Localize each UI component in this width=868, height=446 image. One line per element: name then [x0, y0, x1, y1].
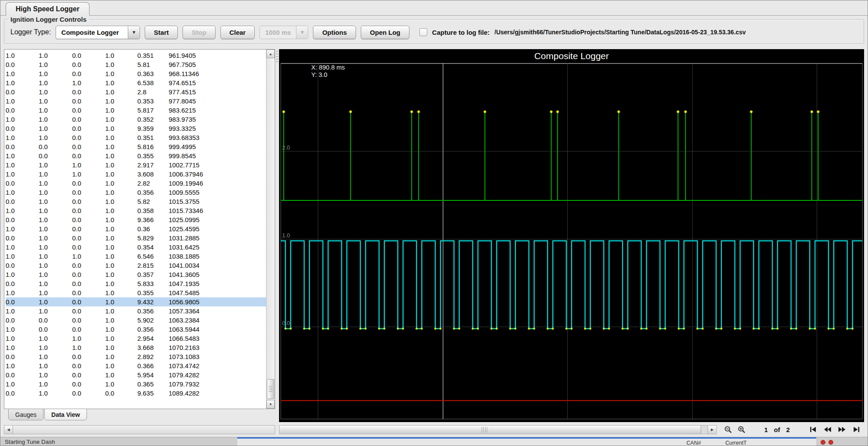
table-cell: 0.0 — [6, 297, 39, 306]
table-row[interactable]: 0.01.00.01.05.8331047.1935 — [6, 279, 266, 288]
table-row[interactable]: 1.01.00.01.00.363968.11346 — [6, 69, 266, 78]
chart-canvas[interactable]: 2.01.00.0Composite LoggerX: 890.8 msY: 3… — [279, 49, 864, 422]
table-row[interactable]: 1.01.00.01.00.3551047.5485 — [6, 288, 266, 297]
table-row[interactable]: 0.01.00.01.09.359993.3325 — [6, 124, 266, 133]
table-row[interactable]: 1.01.01.01.03.6681070.2163 — [6, 343, 266, 352]
start-button[interactable]: Start — [145, 26, 178, 39]
tab-data-view[interactable]: Data View — [44, 409, 87, 420]
table-row[interactable]: 0.01.00.01.02.8151041.0034 — [6, 261, 266, 270]
capture-to-log-checkbox[interactable] — [419, 28, 427, 36]
table-row[interactable]: 0.01.00.01.09.3661025.0995 — [6, 215, 266, 224]
table-row[interactable]: 0.00.00.01.05.9021063.2384 — [6, 316, 266, 325]
table-row[interactable]: 1.01.00.01.00.3651079.7932 — [6, 379, 266, 389]
table-row[interactable]: 0.01.00.01.05.817983.6215 — [6, 106, 266, 115]
zoom-in-icon[interactable] — [736, 425, 747, 434]
clear-button[interactable]: Clear — [220, 26, 255, 39]
composite-logger-chart[interactable]: 2.01.00.0Composite LoggerX: 890.8 msY: 3… — [279, 49, 864, 422]
bottom-scroll-row: ◀ ▶ 1 of 2 — [4, 424, 864, 435]
table-row[interactable]: 1.01.00.01.00.3541031.6425 — [6, 243, 266, 252]
table-row[interactable]: 0.01.00.01.05.81967.7505 — [6, 60, 266, 69]
table-row[interactable]: 1.01.00.01.00.351961.9405 — [6, 51, 266, 60]
table-row[interactable]: 1.01.00.01.00.352983.9735 — [6, 115, 266, 124]
chart-horizontal-scrollbar[interactable]: ▶ — [279, 425, 717, 434]
table-cell: 0.366 — [137, 361, 169, 370]
scroll-up-button[interactable]: ▲ — [266, 50, 275, 58]
table-row[interactable]: 0.01.00.01.05.8291031.2885 — [6, 233, 266, 243]
scroll-down-button[interactable]: ▼ — [266, 400, 275, 409]
table-row[interactable]: 1.01.01.01.02.9541066.5483 — [6, 334, 266, 343]
interval-select[interactable]: 1000 ms ▼ — [259, 26, 308, 39]
table-cell: 0.351 — [137, 133, 169, 142]
table-cell: 0.0 — [72, 51, 105, 60]
table-row[interactable]: 1.01.00.01.00.3661073.4742 — [6, 361, 266, 370]
table-row[interactable]: 1.01.00.01.00.3561057.3364 — [6, 306, 266, 316]
options-button[interactable]: Options — [313, 26, 356, 39]
split-handle[interactable] — [275, 49, 279, 422]
table-cell: 0.0 — [72, 215, 105, 224]
open-log-button[interactable]: Open Log — [361, 26, 409, 39]
table-row[interactable]: 1.01.00.01.00.3561009.5555 — [6, 188, 266, 197]
tab-high-speed-logger[interactable]: High Speed Logger — [6, 2, 90, 16]
table-cell: 1.0 — [6, 115, 39, 124]
first-page-button[interactable] — [808, 425, 818, 434]
table-row[interactable]: 1.01.00.01.00.353977.8045 — [6, 97, 266, 106]
table-row[interactable]: 0.01.00.00.09.6351089.4282 — [6, 389, 266, 398]
table-cell: 1.0 — [105, 252, 137, 261]
logger-type-select[interactable]: Composite Logger ▼ — [56, 26, 140, 39]
table-row[interactable]: 1.01.01.01.03.6081006.37946 — [6, 170, 266, 179]
table-row[interactable]: 1.01.00.01.00.3581015.73346 — [6, 206, 266, 215]
table-row[interactable]: 0.01.00.01.09.4321056.9805 — [6, 297, 266, 306]
table-cell: 6.538 — [137, 78, 169, 87]
table-row[interactable]: 0.01.00.01.05.9541079.4282 — [6, 370, 266, 379]
table-cell: 0.0 — [72, 224, 105, 233]
table-row[interactable]: 1.00.00.01.00.3561063.5944 — [6, 325, 266, 334]
table-row[interactable]: 1.01.01.01.06.5461038.1885 — [6, 252, 266, 261]
last-page-button[interactable] — [851, 425, 861, 434]
table-cell: 999.4995 — [169, 142, 196, 151]
table-row[interactable]: 0.00.00.01.05.816999.4995 — [6, 142, 266, 151]
zoom-out-icon[interactable] — [723, 425, 733, 434]
table-horizontal-scrollbar[interactable]: ◀ — [4, 425, 275, 434]
table-row[interactable]: 1.01.00.01.00.361025.4595 — [6, 224, 266, 233]
table-row[interactable]: 1.01.01.01.02.9171002.7715 — [6, 160, 266, 170]
table-row[interactable]: 0.01.00.01.02.8977.4515 — [6, 87, 266, 97]
chart-scroll-right-button[interactable]: ▶ — [708, 426, 716, 434]
table-cell: 1.0 — [105, 115, 137, 124]
chart-scrollbar-thumb[interactable] — [279, 426, 701, 434]
table-cell: 0.363 — [137, 69, 169, 78]
table-cell: 1.0 — [6, 288, 39, 297]
table-cell: 1041.3605 — [169, 270, 200, 279]
table-cell: 1.0 — [105, 224, 137, 233]
table-vertical-scrollbar[interactable]: ▲ ▼ — [266, 50, 275, 409]
table-cell: 1.0 — [105, 361, 137, 370]
table-cell: 1.0 — [39, 78, 72, 87]
table-cell: 1.0 — [39, 197, 72, 206]
table-row[interactable]: 0.01.00.01.02.8921073.1083 — [6, 352, 266, 361]
fast-back-button[interactable] — [822, 425, 833, 434]
stop-button[interactable]: Stop — [183, 26, 215, 39]
scroll-right-icon: ▶ — [711, 428, 714, 432]
table-cell: 1.0 — [39, 389, 72, 398]
table-row[interactable]: 1.01.00.01.00.3571041.3605 — [6, 270, 266, 279]
table-row[interactable]: 0.01.00.01.05.821015.3755 — [6, 197, 266, 206]
table-cell: 1.0 — [105, 297, 137, 306]
table-row[interactable]: 1.00.00.01.00.355999.8545 — [6, 151, 266, 160]
view-tabs: Gauges Data View — [4, 409, 275, 422]
table-row[interactable]: 1.01.00.01.00.351993.68353 — [6, 133, 266, 142]
table-cell: 2.82 — [137, 179, 169, 188]
data-table-box: 1.01.00.01.00.351961.94050.01.00.01.05.8… — [4, 49, 275, 409]
table-cell: 1.0 — [39, 306, 72, 316]
table-cell: 1.0 — [72, 170, 105, 179]
scroll-left-button[interactable]: ◀ — [4, 426, 13, 434]
table-cell: 2.954 — [137, 334, 169, 343]
table-cell: 1.0 — [105, 124, 137, 133]
tab-gauges[interactable]: Gauges — [8, 409, 43, 420]
table-cell: 0.0 — [72, 179, 105, 188]
table-cell: 0.0 — [72, 379, 105, 389]
table-row[interactable]: 0.01.00.01.02.821009.19946 — [6, 179, 266, 188]
table-cell: 1.0 — [105, 133, 137, 142]
table-row[interactable]: 1.01.01.01.06.538974.6515 — [6, 78, 266, 87]
fast-forward-button[interactable] — [837, 425, 847, 434]
chevron-down-icon[interactable]: ▼ — [128, 26, 140, 39]
vertical-scrollbar-thumb[interactable] — [267, 379, 274, 399]
